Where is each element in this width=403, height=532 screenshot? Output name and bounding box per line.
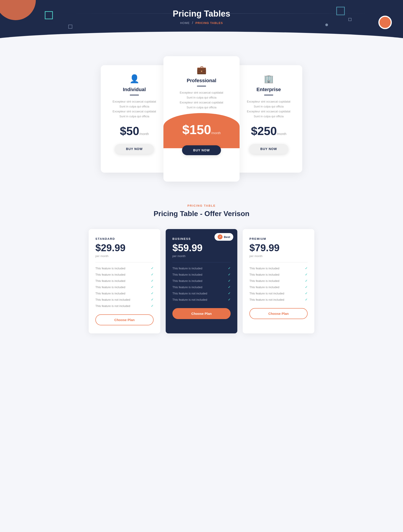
- check-icon: ✓: [228, 273, 231, 276]
- enterprise-divider: [264, 95, 273, 95]
- check-icon: ✓: [305, 285, 308, 289]
- professional-icon: 💼: [170, 65, 233, 75]
- premium-price: $79.99: [249, 242, 308, 253]
- feature-item: This feature is included✓: [172, 279, 231, 283]
- feature-item: Sunt in culpa qui officia: [242, 115, 296, 118]
- standard-features: This feature is included✓ This feature i…: [95, 266, 154, 308]
- standard-plan-card: STANDARD $29.99 per month This feature i…: [89, 229, 160, 333]
- standard-choose-button[interactable]: Choose Plan: [95, 314, 154, 325]
- feature-item: Excepteur sint occaecat cupidatat: [107, 100, 161, 103]
- check-icon: ✓: [151, 298, 154, 301]
- individual-name: Individual: [107, 87, 161, 92]
- feature-item: Excepteur sint occaecat cupidatat: [242, 110, 296, 113]
- professional-divider: [197, 86, 206, 86]
- professional-card: 💼 Professional Excepteur sint occaecat c…: [164, 56, 239, 182]
- feature-item: Excepteur sint occaecat cupidatat: [170, 101, 233, 104]
- check-icon: ✓: [305, 291, 308, 295]
- cards-container: 👤 Individual Excepteur sint occaecat cup…: [89, 56, 314, 182]
- enterprise-buy-button[interactable]: BUY NOW: [249, 144, 288, 154]
- professional-features: Excepteur sint occaecat cupidatat Sunt i…: [170, 91, 233, 109]
- offer-section-title: Pricing Table - Offer Verison: [5, 209, 398, 218]
- feature-item: Sunt in culpa qui officia: [170, 96, 233, 99]
- check-icon: ✓: [151, 266, 154, 270]
- business-plan-card: ✓ Best BUSINESS $59.99 per month This fe…: [166, 229, 237, 333]
- feature-item: This feature is included✓: [172, 285, 231, 289]
- feature-item: This feature is included✓: [95, 266, 154, 270]
- feature-item: Sunt in culpa qui officia: [242, 105, 296, 108]
- check-icon: ✓: [228, 291, 231, 295]
- premium-divider: [249, 262, 308, 262]
- enterprise-card: 🏢 Enterprise Excepteur sint occaecat cup…: [235, 65, 302, 173]
- individual-buy-button[interactable]: BUY NOW: [115, 144, 154, 154]
- individual-period: /month: [139, 132, 149, 136]
- enterprise-features: Excepteur sint occaecat cupidatat Sunt i…: [242, 100, 296, 118]
- business-period: per month: [172, 254, 231, 258]
- feature-item: This feature is not included✓: [95, 304, 154, 308]
- premium-period: per month: [249, 254, 308, 258]
- feature-item: This feature is included✓: [249, 279, 308, 283]
- enterprise-period: /month: [277, 132, 286, 136]
- breadcrumb-current: PRICING TABLES: [195, 21, 223, 25]
- feature-item: This feature is not included✓: [249, 291, 308, 295]
- feature-item: Sunt in culpa qui officia: [107, 115, 161, 118]
- feature-item: This feature is not included✓: [172, 298, 231, 301]
- page-header: Pricing Tables HOME / PRICING TABLES: [0, 0, 403, 43]
- individual-divider: [130, 95, 139, 95]
- feature-item: This feature is included✓: [249, 285, 308, 289]
- feature-item: This feature is included✓: [95, 291, 154, 295]
- breadcrumb-separator: /: [192, 21, 193, 25]
- standard-plan-name: STANDARD: [95, 237, 154, 241]
- header-wave: [0, 32, 403, 43]
- feature-item: Sunt in culpa qui officia: [170, 106, 233, 109]
- breadcrumb-home[interactable]: HOME: [180, 21, 190, 25]
- professional-price-block: $150/month: [164, 113, 239, 148]
- deco-small-square: [68, 25, 72, 29]
- check-icon: ✓: [228, 285, 231, 289]
- professional-name: Professional: [170, 78, 233, 83]
- feature-item: This feature is included✓: [172, 266, 231, 270]
- feature-item: This feature is included✓: [95, 273, 154, 276]
- enterprise-icon: 🏢: [242, 74, 296, 83]
- breadcrumb: HOME / PRICING TABLES: [0, 21, 403, 25]
- premium-plan-name: PREMIUM: [249, 237, 308, 241]
- individual-price-block: $50/month: [107, 124, 161, 138]
- enterprise-name: Enterprise: [242, 87, 296, 92]
- check-icon: ✓: [228, 298, 231, 301]
- business-divider: [172, 262, 231, 262]
- feature-item: Excepteur sint occaecat cupidatat: [107, 110, 161, 113]
- check-icon: ✓: [305, 279, 308, 283]
- check-icon: ✓: [151, 285, 154, 289]
- page-title: Pricing Tables: [0, 9, 403, 19]
- business-choose-button[interactable]: Choose Plan: [172, 308, 231, 319]
- feature-item: This feature is included✓: [249, 273, 308, 276]
- professional-period: /month: [211, 131, 221, 135]
- check-icon: ✓: [305, 266, 308, 270]
- enterprise-price: $250: [251, 125, 277, 138]
- individual-price: $50: [120, 125, 139, 138]
- individual-features: Excepteur sint occaecat cupidatat Sunt i…: [107, 100, 161, 118]
- feature-item: This feature is included✓: [172, 273, 231, 276]
- standard-price: $29.99: [95, 242, 154, 253]
- professional-buy-button[interactable]: BUY NOW: [182, 145, 221, 155]
- feature-item: Excepteur sint occaecat cupidatat: [170, 91, 233, 94]
- pricing-cards-section: 👤 Individual Excepteur sint occaecat cup…: [0, 43, 403, 200]
- premium-choose-button[interactable]: Choose Plan: [249, 308, 308, 319]
- feature-item: This feature is included✓: [95, 285, 154, 289]
- feature-item: This feature is not included✓: [172, 291, 231, 295]
- premium-plan-card: PREMIUM $79.99 per month This feature is…: [243, 229, 314, 333]
- check-icon: ✓: [305, 298, 308, 301]
- feature-item: This feature is included✓: [95, 279, 154, 283]
- check-icon: ✓: [151, 304, 154, 308]
- check-icon: ✓: [228, 266, 231, 270]
- individual-icon: 👤: [107, 74, 161, 83]
- business-features: This feature is included✓ This feature i…: [172, 266, 231, 301]
- offer-pricing-section: PRICING TABLE Pricing Table - Offer Veri…: [0, 200, 403, 351]
- feature-item: This feature is not included✓: [249, 298, 308, 301]
- check-icon: ✓: [151, 279, 154, 283]
- feature-item: Sunt in culpa qui officia: [107, 105, 161, 108]
- feature-item: Excepteur sint occaecat cupidatat: [242, 100, 296, 103]
- check-icon: ✓: [151, 273, 154, 276]
- best-badge: ✓ Best: [214, 233, 233, 241]
- check-icon: ✓: [305, 273, 308, 276]
- professional-price: $150: [182, 122, 211, 137]
